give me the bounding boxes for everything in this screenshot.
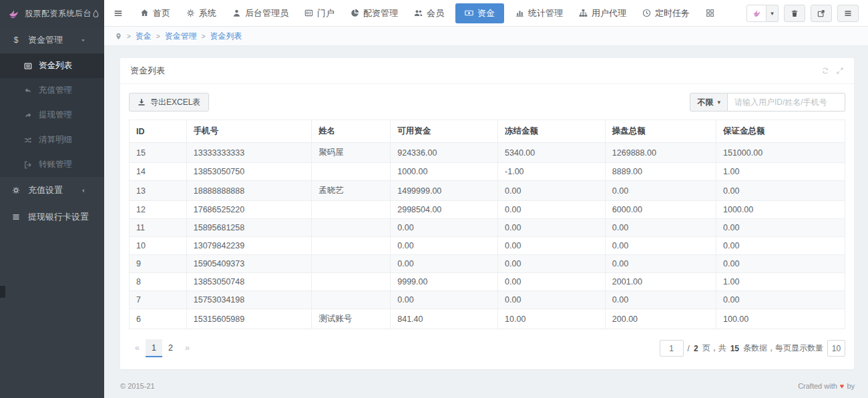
topnav-item-portal[interactable]: 门户 <box>296 0 343 27</box>
topnav-label: 用户代理 <box>592 7 626 19</box>
theme-button[interactable] <box>746 5 767 22</box>
table-cell: 8889.00 <box>605 163 716 181</box>
caret-left-icon <box>77 188 88 194</box>
external-button[interactable] <box>811 5 832 22</box>
gear-icon <box>11 186 21 194</box>
window-icon <box>304 9 313 17</box>
theme-caret-button[interactable]: ▾ <box>767 5 779 22</box>
lines-button[interactable] <box>837 5 859 22</box>
breadcrumb-link[interactable]: 资金 <box>136 31 152 42</box>
topbar-actions: ▾ <box>746 5 868 22</box>
topnav-label: 统计管理 <box>528 7 563 19</box>
sidebar-item-funds-management[interactable]: $资金管理 <box>0 27 104 53</box>
table-cell: 9 <box>130 255 187 273</box>
column-header-phone: 手机号 <box>186 120 312 143</box>
table-cell: 0.00 <box>498 255 606 273</box>
trash-button[interactable] <box>784 5 805 22</box>
table-cell: 12 <box>130 201 187 219</box>
sidebar-label: 清算明细 <box>39 134 72 146</box>
column-header-trading-total[interactable]: 操盘总额 <box>605 120 716 143</box>
topnav-item-user-agent[interactable]: 用户代理 <box>571 0 634 27</box>
sidebar-item-recharge-settings[interactable]: 充值设置 <box>0 177 104 204</box>
breadcrumb-link[interactable]: 资金管理 <box>165 31 197 42</box>
users-icon <box>414 9 423 17</box>
pagination-next[interactable]: » <box>179 339 196 357</box>
table-cell: 151000.00 <box>716 143 845 163</box>
sidebar-item-transfer-management[interactable]: 转账管理 <box>0 152 104 177</box>
table-row: 1513333333333聚码屋924336.005340.001269888.… <box>130 143 845 163</box>
table-cell <box>312 291 391 309</box>
breadcrumb-link[interactable]: 资金列表 <box>210 31 242 42</box>
topnav-item-statistics[interactable]: 统计管理 <box>507 0 571 27</box>
topnav-item-cron[interactable]: 定时任务 <box>634 0 698 27</box>
table-cell: 0.00 <box>498 273 606 291</box>
table-cell: 1000.00 <box>391 163 498 181</box>
filter-dropdown-button[interactable]: 不限 ▾ <box>690 93 728 112</box>
column-header-margin-total[interactable]: 保证金总额 <box>716 120 845 143</box>
table-cell: 1000.00 <box>716 201 845 219</box>
export-excel-button[interactable]: 导出EXCEL表 <box>129 93 209 112</box>
external-icon <box>817 9 825 17</box>
table-cell: 0.00 <box>498 181 606 201</box>
topnav-item-all-menus[interactable] <box>698 0 722 27</box>
table-cell: 15895681258 <box>186 219 312 237</box>
table-cell <box>312 163 391 181</box>
table-cell: 0.00 <box>498 201 606 219</box>
pagination-page-2[interactable]: 2 <box>162 339 179 357</box>
caret-down-icon: ▾ <box>717 99 720 106</box>
column-header-id[interactable]: ID <box>130 120 187 143</box>
table-cell <box>312 201 391 219</box>
gear-icon <box>186 9 195 17</box>
page-size-input[interactable] <box>827 340 845 357</box>
sidebar-item-settlement-detail[interactable]: 清算明细 <box>0 128 104 152</box>
table-cell: 8 <box>130 273 187 291</box>
grid-icon <box>706 9 714 17</box>
table-cell <box>312 219 391 237</box>
sidebar-label: 提现银行卡设置 <box>28 211 89 223</box>
card-body: 导出EXCEL表 不限 ▾ ID手机号姓名可用资金冻结金额操盘总额保证金 <box>120 84 854 369</box>
sidebar-item-funds-list[interactable]: 资金列表 <box>0 53 104 78</box>
column-header-frozen-amount[interactable]: 冻结金额 <box>498 120 606 143</box>
pagination-prev[interactable]: « <box>129 339 146 357</box>
main-area: >资金>资金管理>资金列表 资金列表 导出EXCEL表 <box>104 27 868 398</box>
table-cell: 0.00 <box>391 237 498 255</box>
sidebar-item-recharge-management[interactable]: 充值管理 <box>0 78 104 103</box>
sidebar-item-withdraw-management[interactable]: 提现管理 <box>0 103 104 128</box>
table-cell: 6000.00 <box>605 201 716 219</box>
pagination-row: «12» / 2 页，共 15 条数据，每页显示数量 <box>129 339 845 357</box>
user-icon <box>232 9 241 17</box>
list-icon <box>23 62 33 70</box>
table-cell: 13853050748 <box>186 273 312 291</box>
column-header-available-funds[interactable]: 可用资金 <box>391 120 498 143</box>
trash-icon <box>791 9 799 17</box>
search-input[interactable] <box>728 93 845 112</box>
table-cell: 10 <box>130 237 187 255</box>
refresh-icon[interactable] <box>821 67 829 75</box>
topnav-label: 首页 <box>153 7 170 19</box>
footer: © 2015-21 Crafted with ♥ by <box>104 378 868 398</box>
topnav-label: 门户 <box>317 7 335 19</box>
table-cell: 0.00 <box>391 255 498 273</box>
sitemap-icon <box>579 9 588 17</box>
table-cell: 0.00 <box>391 219 498 237</box>
topnav-item-home[interactable]: 首页 <box>132 0 178 27</box>
sidebar-item-withdraw-bank-card-settings[interactable]: 提现银行卡设置 <box>0 204 104 230</box>
sidebar: $资金管理资金列表充值管理提现管理清算明细转账管理充值设置提现银行卡设置 <box>0 27 104 398</box>
sidebar-edge-tab[interactable] <box>0 286 5 298</box>
droplet-icon[interactable] <box>91 9 100 18</box>
sidebar-toggle-button[interactable] <box>104 0 132 27</box>
topnav-item-funds[interactable]: 资金 <box>455 3 504 23</box>
topnav-item-allocation[interactable]: 配资管理 <box>343 0 406 27</box>
topnav-item-admin[interactable]: 后台管理员 <box>224 0 296 27</box>
topnav-item-system[interactable]: 系统 <box>178 0 224 27</box>
fullscreen-icon[interactable] <box>836 67 844 75</box>
topnav-item-member[interactable]: 会员 <box>406 0 452 27</box>
topnav-label: 会员 <box>427 7 444 19</box>
top-navigation: 首页系统后台管理员门户配资管理会员资金统计管理用户代理定时任务 ▾ <box>104 0 868 27</box>
page-number-input[interactable] <box>660 340 684 357</box>
table-cell: 841.40 <box>391 309 498 329</box>
table-row: 9159054093730.000.000.000.00 <box>130 255 845 273</box>
pagination-page-1[interactable]: 1 <box>146 339 162 357</box>
app-logo-icon <box>752 9 761 17</box>
brand[interactable]: 股票配资系统后台 <box>0 0 104 27</box>
